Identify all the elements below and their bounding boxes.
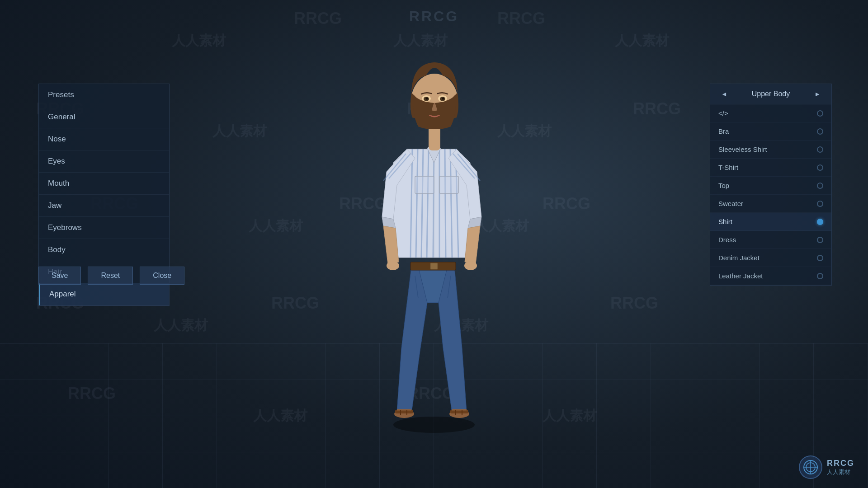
sidebar-item-eyebrows[interactable]: Eyebrows [39,217,169,239]
clothing-item-leather-jacket[interactable]: Leather Jacket [710,267,831,285]
clothing-radio-shirt [817,219,823,225]
clothing-item-sleeveless-shirt[interactable]: Sleeveless Shirt [710,141,831,159]
clothing-item-label: Bra [718,127,729,135]
clothing-item-label: Leather Jacket [718,272,763,280]
clothing-item-label: Top [718,182,729,189]
next-category-button[interactable]: ► [811,89,824,99]
logo-svg [803,460,818,475]
clothing-item-sweater[interactable]: Sweater [710,195,831,213]
right-panel: ◄ Upper Body ► </>BraSleeveless ShirtT-S… [710,84,832,286]
logo-text: RRCG 人人素材 [827,459,854,476]
sidebar-item-nose[interactable]: Nose [39,128,169,150]
sidebar-item-presets[interactable]: Presets [39,84,169,106]
svg-rect-14 [430,263,438,269]
logo-icon [799,455,822,479]
clothing-item-none[interactable]: </> [710,104,831,122]
clothing-radio-top [817,183,823,189]
character-viewport [321,14,547,447]
logo-brand: RRCG [827,459,854,468]
clothing-radio-leather-jacket [817,273,823,279]
clothing-item-label: </> [718,109,728,117]
clothing-radio-none [817,110,823,117]
clothing-radio-t-shirt [817,164,823,171]
logo-subtitle: 人人素材 [827,468,854,476]
clothing-radio-bra [817,128,823,135]
clothing-item-dress[interactable]: Dress [710,231,831,249]
character-model [348,23,520,438]
clothing-item-bra[interactable]: Bra [710,122,831,141]
logo-area: RRCG 人人素材 [799,455,854,479]
clothing-item-label: Dress [718,236,736,244]
right-panel-header: ◄ Upper Body ► [710,84,831,104]
svg-point-40 [442,98,444,100]
category-title: Upper Body [752,90,790,98]
sidebar-item-jaw[interactable]: Jaw [39,195,169,217]
svg-point-29 [387,261,399,270]
clothing-item-label: Shirt [718,218,732,225]
svg-point-0 [393,417,475,433]
clothing-radio-sleeveless-shirt [817,146,823,153]
svg-point-39 [426,98,428,100]
clothing-item-label: Denim Jacket [718,254,760,262]
close-button[interactable]: Close [140,267,184,285]
clothing-item-top[interactable]: Top [710,177,831,195]
save-button[interactable]: Save [38,267,81,285]
sidebar-item-apparel[interactable]: Apparel [39,283,169,305]
sidebar-item-body[interactable]: Body [39,239,169,261]
prev-category-button[interactable]: ◄ [717,89,731,99]
clothing-item-label: Sweater [718,200,743,207]
svg-point-32 [464,261,477,270]
clothing-radio-sweater [817,201,823,207]
svg-line-21 [445,149,446,258]
clothing-item-t-shirt[interactable]: T-Shirt [710,159,831,177]
svg-rect-26 [439,176,458,193]
clothing-item-shirt[interactable]: Shirt [710,213,831,231]
clothing-item-label: Sleeveless Shirt [718,145,767,153]
clothing-radio-dress [817,237,823,243]
clothing-radio-denim-jacket [817,255,823,261]
sidebar-item-mouth[interactable]: Mouth [39,173,169,195]
bottom-buttons: Save Reset Close [38,267,184,285]
clothing-item-denim-jacket[interactable]: Denim Jacket [710,249,831,267]
clothing-item-label: T-Shirt [718,164,738,171]
clothing-list: </>BraSleeveless ShirtT-ShirtTopSweaterS… [710,104,831,285]
svg-rect-25 [415,176,434,193]
reset-button[interactable]: Reset [88,267,133,285]
sidebar-item-eyes[interactable]: Eyes [39,150,169,173]
sidebar-item-general[interactable]: General [39,106,169,128]
